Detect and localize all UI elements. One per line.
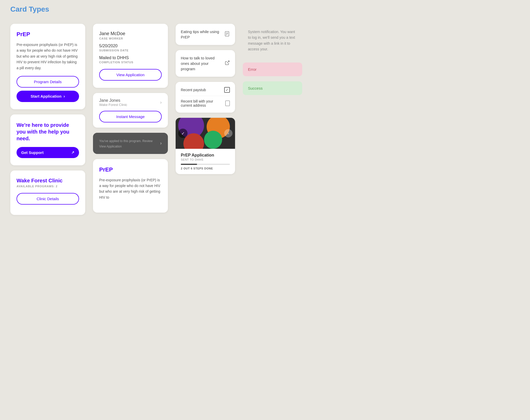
- progress-steps: 2 Out 6 Steps Done: [181, 167, 230, 170]
- prep-card-title: PrEP: [17, 31, 79, 38]
- checklist-item-paystub: Recent paystub: [181, 87, 230, 96]
- notification-card: System notification. You want to log in,…: [243, 24, 302, 57]
- chevron-right-icon: ›: [160, 141, 162, 146]
- eating-tips-text: Eating tips while using PrEP: [181, 29, 224, 40]
- caseworker-card: Jane McDoe Case Worker 5/20/2020 Submiss…: [93, 24, 168, 88]
- progress-bar-bg: [181, 164, 230, 165]
- paystub-label: Recent paystub: [181, 88, 206, 92]
- contact-card: Jane Jones Wake Forest Clinic › Instant …: [93, 93, 168, 128]
- clinic-details-button[interactable]: Clinic Details: [17, 193, 79, 205]
- progress-bar-fill: [181, 164, 197, 165]
- card-grid: PrEP Pre-exposure prophylaxis (or PrEP) …: [10, 24, 520, 215]
- prep-card2-body: Pre-exposure prophylaxis (or PrEP) is a …: [99, 177, 162, 200]
- success-card: Success: [243, 81, 302, 95]
- progress-card-title: PrEP Application: [181, 153, 230, 158]
- checkbox-checked-icon[interactable]: [224, 87, 230, 93]
- column-1: PrEP Pre-exposure prophylaxis (or PrEP) …: [10, 24, 85, 215]
- prep-program-card: PrEP Pre-exposure prophylaxis (or PrEP) …: [10, 24, 85, 109]
- checkbox-empty-icon[interactable]: [225, 100, 230, 106]
- column-2: Jane McDoe Case Worker 5/20/2020 Submiss…: [93, 24, 168, 213]
- submission-date: 5/20/2020: [99, 44, 162, 48]
- start-application-button[interactable]: Start Application ›: [17, 91, 79, 102]
- completion-status-label: Completion Status: [99, 61, 162, 64]
- contact-name: Jane Jones: [99, 98, 160, 103]
- column-3: Eating tips while using PrEP How to talk…: [176, 24, 235, 174]
- checklist-item-bill: Recent bill with your current address: [181, 96, 230, 107]
- submission-date-label: Submission Date: [99, 49, 162, 52]
- chevron-right-icon: ›: [160, 100, 162, 105]
- progress-card-status: Sent to DHHS: [181, 158, 230, 161]
- get-support-button[interactable]: Get Support ↗: [17, 147, 79, 158]
- program-details-button[interactable]: Program Details: [17, 76, 79, 88]
- error-card: Error: [243, 63, 302, 76]
- completion-status: Mailed to DHHS: [99, 56, 162, 60]
- clinic-card-title: Wake Forest Clinic: [17, 178, 79, 184]
- get-support-label: Get Support: [21, 150, 44, 155]
- talk-loved-ones-card[interactable]: How to talk to loved ones about your pro…: [176, 50, 235, 77]
- contact-clinic: Wake Forest Clinic: [99, 103, 160, 107]
- view-application-button[interactable]: View Application: [99, 69, 162, 81]
- progress-card-image: ✓ ›: [176, 118, 235, 149]
- svg-line-4: [227, 61, 229, 63]
- eating-tips-card[interactable]: Eating tips while using PrEP: [176, 24, 235, 45]
- bill-label: Recent bill with your current address: [181, 99, 225, 107]
- instant-message-button[interactable]: Instant Message: [99, 111, 162, 122]
- document-icon: [224, 31, 230, 38]
- notification-text: System notification. You want to log in,…: [248, 29, 297, 52]
- error-label: Error: [248, 67, 256, 72]
- checklist-card: Recent paystub Recent bill with your cur…: [176, 82, 235, 113]
- clinic-card-subtitle: Available Programs: 2: [17, 185, 79, 188]
- applied-text: You've applied to this program. Review V…: [99, 138, 153, 149]
- support-card: We're here to provide you with the help …: [10, 114, 85, 165]
- view-application-link: View Application: [99, 144, 153, 149]
- prep-card2-title: PrEP: [99, 166, 162, 173]
- external-link-icon: ↗: [71, 150, 74, 154]
- carousel-check-button[interactable]: ✓: [178, 129, 188, 138]
- caseworker-label: Case Worker: [99, 37, 162, 40]
- progress-card: ✓ › PrEP Application Sent to DHHS 2 Out …: [176, 118, 235, 174]
- carousel-next-button[interactable]: ›: [224, 129, 232, 137]
- chevron-right-icon: ›: [64, 94, 65, 99]
- clinic-card: Wake Forest Clinic Available Programs: 2…: [10, 170, 85, 215]
- page-title: Card Types: [10, 5, 520, 13]
- column-4: System notification. You want to log in,…: [243, 24, 302, 95]
- contact-info: Jane Jones Wake Forest Clinic: [99, 98, 160, 107]
- prep-card-2: PrEP Pre-exposure prophylaxis (or PrEP) …: [93, 159, 168, 213]
- progress-card-body: PrEP Application Sent to DHHS 2 Out 6 St…: [176, 149, 235, 174]
- prep-card-body: Pre-exposure prophylaxis (or PrEP) is a …: [17, 42, 79, 71]
- caseworker-name: Jane McDoe: [99, 31, 162, 36]
- support-card-title: We're here to provide you with the help …: [17, 122, 79, 142]
- success-label: Success: [248, 86, 263, 90]
- start-application-label: Start Application: [31, 94, 61, 98]
- external-link-icon: [225, 60, 230, 67]
- talk-loved-ones-text: How to talk to loved ones about your pro…: [181, 55, 225, 72]
- applied-card[interactable]: You've applied to this program. Review V…: [93, 133, 168, 154]
